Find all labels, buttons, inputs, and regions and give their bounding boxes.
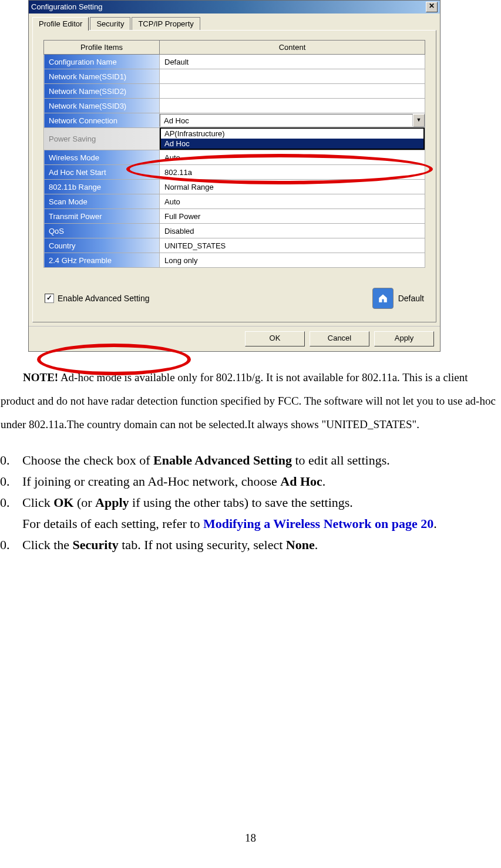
table-row: Network ConnectionAd Hoc▼ (44, 113, 425, 128)
profile-item-value: 802.11a (160, 165, 425, 180)
profile-item-label: QoS (44, 224, 160, 238)
checkbox-label: Enable Advanced Setting (58, 294, 149, 303)
col-header-items: Profile Items (44, 41, 160, 55)
enable-advanced-checkbox[interactable]: ✓ Enable Advanced Setting (45, 294, 149, 303)
step-number: 0. (0, 535, 22, 555)
close-button[interactable]: ✕ (426, 2, 438, 12)
profile-item-value[interactable]: Ad Hoc▼ (160, 113, 425, 128)
page-number: 18 (0, 832, 501, 845)
step-number: 0. (0, 493, 22, 513)
profile-item-label: 2.4 GHz Preamble (44, 253, 160, 268)
profile-table: Profile Items Content Configuration Name… (43, 40, 425, 268)
note-label: NOTE! (23, 371, 58, 383)
profile-item-label: Network Name(SSID3) (44, 99, 160, 113)
table-row: 2.4 GHz PreambleLong only (44, 253, 425, 268)
table-row: Wireless ModeAuto (44, 150, 425, 165)
profile-item-label: Network Name(SSID1) (44, 69, 160, 84)
list-item: 0.If joining or creating an Ad-Hoc netwo… (0, 472, 501, 492)
dialog-title: Configuration Setting (31, 1, 102, 14)
advanced-bar: ✓ Enable Advanced Setting Default (43, 284, 425, 312)
table-row: Network Name(SSID3) (44, 99, 425, 113)
profile-item-value: Full Power (160, 209, 425, 224)
combo-text[interactable]: Ad Hoc (160, 114, 413, 127)
home-icon (377, 293, 389, 304)
profile-item-value: Default (160, 55, 425, 69)
dropdown-option[interactable]: Ad Hoc (161, 139, 423, 149)
table-row: Scan ModeAuto (44, 194, 425, 209)
cross-ref-link[interactable]: Modifying a Wireless Network on page 20 (203, 516, 433, 531)
table-row: CountryUNITED_STATES (44, 238, 425, 253)
profile-item-label: Ad Hoc Net Start (44, 165, 160, 180)
step-number (0, 514, 22, 534)
list-item: 0.Click the Security tab. If not using s… (0, 535, 501, 555)
list-item: For details of each setting, refer to Mo… (0, 514, 501, 534)
chevron-down-icon[interactable]: ▼ (413, 114, 425, 127)
list-item: 0.Choose the check box of Enable Advance… (0, 450, 501, 470)
step-text: For details of each setting, refer to Mo… (22, 514, 437, 534)
default-block: Default (372, 288, 424, 309)
steps-list: 0.Choose the check box of Enable Advance… (0, 450, 501, 555)
profile-item-label: Network Connection (44, 113, 160, 128)
profile-item-value: Normal Range (160, 180, 425, 194)
table-row: QoSDisabled (44, 224, 425, 238)
profile-item-value (160, 99, 425, 113)
button-bar: OK Cancel Apply (29, 326, 440, 351)
step-text: Choose the check box of Enable Advanced … (22, 450, 390, 470)
dropdown-option[interactable]: AP(Infrastructure) (161, 129, 423, 139)
table-row: Network Name(SSID2) (44, 84, 425, 99)
home-icon-button[interactable] (372, 288, 394, 309)
profile-item-value (160, 84, 425, 99)
step-number: 0. (0, 450, 22, 470)
profile-item-value: Long only (160, 253, 425, 268)
profile-item-value: Auto (160, 194, 425, 209)
profile-item-value: AP(Infrastructure)Ad Hoc (160, 128, 425, 150)
note-text: Ad-hoc mode is available only for 802.11… (1, 371, 496, 430)
tab-profile-editor[interactable]: Profile Editor (32, 17, 89, 31)
checkbox-icon: ✓ (45, 294, 54, 303)
profile-editor-panel: Profile Items Content Configuration Name… (32, 30, 436, 322)
table-row: Configuration NameDefault (44, 55, 425, 69)
profile-item-label: Power Saving (44, 128, 160, 150)
profile-item-value: Disabled (160, 224, 425, 238)
tab-strip: Profile Editor Security TCP/IP Property (32, 17, 436, 30)
step-text: Click OK (or Apply if using the other ta… (22, 493, 353, 513)
profile-item-value: UNITED_STATES (160, 238, 425, 253)
document-body: NOTE! Ad-hoc mode is available only for … (0, 352, 501, 555)
profile-item-label: Configuration Name (44, 55, 160, 69)
apply-button[interactable]: Apply (374, 331, 434, 346)
profile-item-value: Auto (160, 150, 425, 165)
titlebar: Configuration Setting ✕ (29, 1, 440, 14)
table-row: Transmit PowerFull Power (44, 209, 425, 224)
profile-item-label: Network Name(SSID2) (44, 84, 160, 99)
profile-item-label: Country (44, 238, 160, 253)
table-row: Power SavingAP(Infrastructure)Ad Hoc (44, 128, 425, 150)
tab-tcpip[interactable]: TCP/IP Property (132, 17, 200, 30)
list-item: 0.Click OK (or Apply if using the other … (0, 493, 501, 513)
profile-item-label: Wireless Mode (44, 150, 160, 165)
profile-item-value (160, 69, 425, 84)
cancel-button[interactable]: Cancel (310, 331, 369, 346)
default-label: Default (398, 294, 424, 303)
step-text: Click the Security tab. If not using sec… (22, 535, 318, 555)
dropdown-list[interactable]: AP(Infrastructure)Ad Hoc (160, 127, 425, 150)
table-row: 802.11b RangeNormal Range (44, 180, 425, 194)
profile-item-label: Scan Mode (44, 194, 160, 209)
table-row: Ad Hoc Net Start802.11a (44, 165, 425, 180)
profile-item-label: Transmit Power (44, 209, 160, 224)
tab-security[interactable]: Security (90, 17, 130, 30)
configuration-dialog: Configuration Setting ✕ Profile Editor S… (28, 0, 441, 352)
profile-item-label: 802.11b Range (44, 180, 160, 194)
step-number: 0. (0, 472, 22, 492)
step-text: If joining or creating an Ad-Hoc network… (22, 472, 325, 492)
table-row: Network Name(SSID1) (44, 69, 425, 84)
col-header-content: Content (160, 41, 425, 55)
ok-button[interactable]: OK (245, 331, 305, 346)
